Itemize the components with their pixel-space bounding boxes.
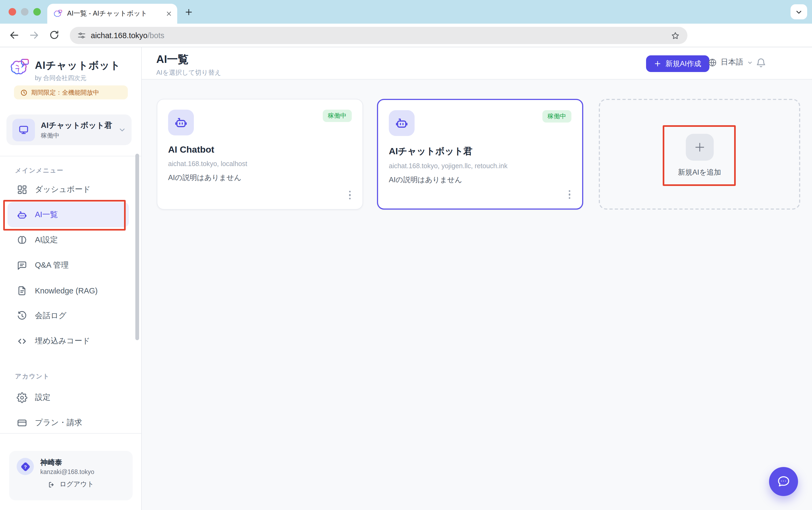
add-ai-label: 新規AIを追加 [600, 168, 799, 177]
sidebar-divider [0, 433, 141, 434]
sidebar: AIチャットボット by 合同会社四次元 期間限定：全機能開放中 AIチャットボ… [0, 47, 142, 510]
app-subtitle: by 合同会社四次元 [35, 74, 121, 82]
sidebar-divider [0, 156, 141, 157]
sidebar-item-ai-settings[interactable]: AI設定 [7, 227, 129, 253]
user-avatar: ? [17, 458, 34, 475]
globe-icon [708, 58, 717, 67]
bot-name: AI Chatbot [168, 145, 352, 155]
chat-bubble-icon [17, 260, 27, 271]
account-label: アカウント [15, 372, 50, 380]
bot-name: AIチャットボット君 [389, 145, 571, 158]
robot-icon [168, 110, 194, 136]
plus-icon [654, 60, 661, 67]
sidebar-item-label: AI設定 [35, 235, 58, 245]
selected-bot-name: AIチャットボット君 [41, 121, 112, 129]
chevron-down-icon [118, 126, 126, 134]
create-ai-button[interactable]: 新規AI作成 [646, 55, 710, 72]
sidebar-item-embed-code[interactable]: 埋め込みコード [7, 328, 129, 353]
main-menu: ダッシュボード AI一覧 AI設定 [7, 177, 129, 353]
add-ai-card[interactable]: 新規AIを追加 [599, 99, 800, 209]
sidebar-scrollbar-thumb[interactable] [136, 154, 139, 340]
sidebar-item-knowledge[interactable]: Knowledge (RAG) [7, 278, 129, 303]
logout-button[interactable]: ログアウト [17, 480, 125, 489]
monitor-icon [12, 118, 35, 141]
card-menu-icon[interactable] [565, 187, 574, 202]
sidebar-item-ai-list[interactable]: AI一覧 [7, 202, 129, 227]
bot-description: AIの説明はありません [389, 175, 571, 185]
promo-banner-text: 期間限定：全機能開放中 [31, 88, 99, 96]
chevron-down-icon [747, 59, 753, 65]
sidebar-item-dashboard[interactable]: ダッシュボード [7, 177, 129, 202]
robot-icon [17, 209, 27, 220]
logout-icon [48, 481, 55, 488]
tab-favicon-brain-icon [54, 10, 62, 18]
sidebar-item-settings[interactable]: 設定 [7, 385, 129, 410]
page-title: AI一覧 [156, 52, 188, 67]
minimize-window-button[interactable] [21, 8, 28, 16]
chat-bubble-icon [776, 474, 791, 489]
dashboard-icon [17, 184, 27, 195]
tab-title: AI一覧 - AIチャットボット [67, 9, 161, 18]
bot-description: AIの説明はありません [168, 173, 352, 183]
bot-domains: aichat.168.tokyo, yojigen.llc, retouch.i… [389, 162, 571, 170]
brain-logo-icon [10, 59, 30, 76]
user-email: kanzaki@168.tokyo [40, 469, 94, 475]
sidebar-item-label: プラン・請求 [35, 418, 82, 428]
diamond-question-icon: ? [21, 462, 30, 472]
robot-icon [389, 110, 415, 136]
notifications-bell-icon[interactable] [756, 57, 766, 68]
back-button[interactable] [8, 30, 20, 41]
browser-window: AI一覧 - AIチャットボット aichat.168.tokyo/bots [0, 0, 812, 510]
clock-icon [21, 89, 27, 96]
forward-button[interactable] [28, 30, 40, 41]
language-selector[interactable]: 日本語 [708, 57, 753, 67]
sidebar-item-billing[interactable]: プラン・請求 [7, 410, 129, 435]
sidebar-item-qa[interactable]: Q&A 管理 [7, 253, 129, 278]
sidebar-item-conversation-log[interactable]: 会話ログ [7, 303, 129, 328]
bot-card[interactable]: 稼働中 AI Chatbot aichat.168.tokyo, localho… [157, 99, 363, 209]
new-tab-button[interactable] [183, 6, 195, 18]
credit-card-icon [17, 417, 27, 428]
browser-toolbar: aichat.168.tokyo/bots Yojigen Work [0, 24, 812, 47]
app-frame: AIチャットボット by 合同会社四次元 期間限定：全機能開放中 AIチャットボ… [0, 47, 812, 510]
page-header: AI一覧 AIを選択して切り替え 新規AI作成 日本語 [142, 47, 812, 80]
page-subtitle: AIを選択して切り替え [156, 68, 221, 77]
brain-icon [17, 234, 27, 245]
url-bar[interactable]: aichat.168.tokyo/bots [70, 27, 687, 44]
traffic-lights [8, 8, 41, 16]
tab-close-icon[interactable] [166, 11, 172, 17]
url-text: aichat.168.tokyo/bots [91, 31, 164, 40]
app-logo-row: AIチャットボット by 合同会社四次元 [10, 59, 121, 82]
sidebar-item-label: AI一覧 [35, 209, 58, 220]
gear-icon [17, 392, 27, 403]
bot-domains: aichat.168.tokyo, localhost [168, 160, 352, 168]
bot-card-selected[interactable]: 稼働中 AIチャットボット君 aichat.168.tokyo, yojigen… [377, 99, 583, 209]
document-icon [17, 285, 27, 296]
sidebar-item-label: 設定 [35, 392, 51, 402]
code-icon [17, 336, 27, 346]
user-name: 神崎泰 [40, 458, 94, 468]
sidebar-item-label: 埋め込みコード [35, 336, 90, 346]
chat-fab-button[interactable] [769, 467, 798, 496]
main-menu-label: メインメニュー [15, 167, 64, 175]
history-icon [17, 310, 27, 321]
reload-button[interactable] [49, 30, 60, 40]
browser-tab[interactable]: AI一覧 - AIチャットボット [47, 4, 177, 24]
sidebar-item-label: ダッシュボード [35, 184, 90, 195]
app-title: AIチャットボット [35, 59, 121, 73]
add-plus-button[interactable] [686, 134, 714, 161]
bookmark-star-icon[interactable] [671, 31, 680, 40]
tab-strip: AI一覧 - AIチャットボット [0, 0, 812, 24]
close-window-button[interactable] [8, 8, 16, 16]
site-settings-icon[interactable] [77, 31, 86, 40]
main-content: AI一覧 AIを選択して切り替え 新規AI作成 日本語 [142, 47, 812, 510]
language-label: 日本語 [721, 57, 743, 67]
sidebar-item-label: Q&A 管理 [35, 260, 69, 270]
zoom-window-button[interactable] [33, 8, 41, 16]
tab-search-button[interactable] [790, 4, 807, 19]
sidebar-item-label: 会話ログ [35, 311, 66, 321]
user-box: ? 神崎泰 kanzaki@168.tokyo ログアウト [9, 451, 133, 500]
bot-selector[interactable]: AIチャットボット君 稼働中 [6, 114, 131, 145]
card-menu-icon[interactable] [345, 187, 354, 203]
logout-label: ログアウト [60, 480, 94, 489]
